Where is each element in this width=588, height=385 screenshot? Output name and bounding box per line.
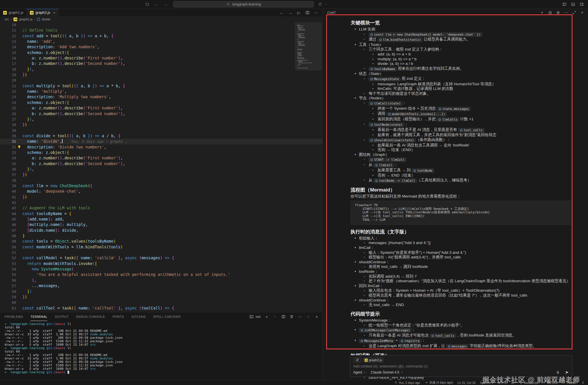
inline-code-chip[interactable]: START -> llmCall (369, 158, 406, 162)
inline-code-chip[interactable]: llmCalls (437, 117, 459, 122)
breadcrumb[interactable]: src › JS graph2.js › divide (0, 16, 322, 22)
code-line-53[interactable]: 53 return modelWithTools.invoke([ (0, 261, 322, 266)
chat-code-block[interactable]: flowchart TD START([START]) --> LLM[[llm… (351, 201, 571, 225)
code-line-45[interactable]: 45 [add.name]: add, (0, 216, 322, 222)
breadcrumb-item-file[interactable]: graph2.js (19, 18, 32, 21)
chat-scroll-area[interactable]: 关键模块一览•LLM 实例◦const llm = new ChatDeepSe… (323, 16, 588, 380)
nav-forward-icon[interactable]: → (288, 10, 293, 15)
code-line-13[interactable]: 13 name: 'add', (0, 39, 322, 44)
close-icon[interactable]: × (53, 11, 55, 15)
inline-code-chip[interactable]: isAIMessage(lastMessage) (359, 328, 412, 332)
code-line-29[interactable]: 29 (0, 128, 322, 133)
code-line-27[interactable]: 27 }), (0, 117, 322, 122)
code-line-59[interactable]: 59}) (0, 294, 322, 300)
status-item[interactable] (581, 381, 585, 384)
chat-input-placeholder[interactable]: Add context (#), extensions (@), command… (353, 364, 569, 368)
inline-code-chip[interactable]: MessagesState (369, 77, 401, 81)
status-item[interactable]: 双越 (4 days ago) (425, 381, 453, 385)
code-line-38[interactable]: 38 (0, 178, 322, 183)
code-line-32[interactable]: 32 description: 'Divide two numbers', (0, 144, 322, 150)
chevron-down-icon[interactable] (273, 314, 277, 319)
code-line-35[interactable]: 35 b: z.number().describe('Second number… (0, 161, 322, 167)
inline-code-chip[interactable]: tool_calls (430, 334, 456, 338)
code-line-12[interactable]: 12const add = tool(({ a, b }) => a + b, … (0, 33, 322, 39)
inline-code-chip[interactable]: tool_calls (458, 128, 484, 132)
more-icon[interactable]: ⋯ (314, 10, 318, 15)
window-icon[interactable] (145, 2, 150, 7)
reload-icon[interactable] (318, 2, 322, 7)
maximize-icon[interactable] (572, 10, 577, 15)
code-line-21[interactable]: 21const multiply = tool(({ a, b }) => a … (0, 83, 322, 89)
breadcrumb-item-src[interactable]: src (5, 18, 9, 21)
code-line-55[interactable]: 55 'You are a helpful assistant tasked w… (0, 272, 322, 277)
code-line-18[interactable]: 18 }), (0, 67, 322, 72)
code-line-31[interactable]: 31 name: 'divide',You, 5 days ago • grap… (0, 139, 322, 144)
tab-graph2.js[interactable]: JS graph2.js × (27, 9, 59, 16)
terminal[interactable]: → langgraph-learning git:(main) lltotal … (0, 321, 322, 380)
code-line-36[interactable]: 36 }), (0, 167, 322, 172)
code-line-56[interactable]: 56 ), (0, 278, 322, 283)
nav-forward-icon[interactable]: → (163, 2, 168, 7)
layout-panel-icon[interactable] (571, 2, 575, 7)
code-line-42[interactable]: 42 (0, 200, 322, 205)
nav-back-icon[interactable]: ← (154, 2, 159, 7)
panel-tab-output[interactable]: OUTPUT (55, 312, 69, 321)
code-line-41[interactable]: 41}) (0, 194, 322, 200)
code-line-40[interactable]: 40 model: 'deepseek-chat', (0, 189, 322, 194)
panel-tab-spell-checker[interactable]: SPELL CHECKER (153, 312, 181, 321)
inline-code-chip[interactable]: llmCall (374, 163, 394, 167)
status-item[interactable]: You, 5 days ago (394, 381, 420, 384)
code-line-58[interactable]: 58 ]) (0, 289, 322, 294)
history-icon[interactable] (548, 10, 552, 15)
kill-terminal-icon[interactable] (289, 314, 294, 319)
breadcrumb-item-symbol[interactable]: divide (42, 18, 50, 21)
code-line-23[interactable]: 23 description: 'Multiply two numbers', (0, 94, 322, 100)
code-line-20[interactable]: 20 (0, 78, 322, 83)
settings-gear-icon[interactable] (556, 10, 560, 15)
code-line-14[interactable]: 14 description: 'Add two numbers', (0, 44, 322, 50)
code-line-33[interactable]: 33 schema: z.object({ (0, 150, 322, 155)
code-line-60[interactable]: 60 (0, 300, 322, 305)
inline-code-chip[interactable]: toolNode (412, 169, 434, 173)
code-line-43[interactable]: 43// Augment the LLM with tools (0, 205, 322, 211)
tab-graph1.js[interactable]: JS graph1.js (0, 9, 27, 16)
new-chat-icon[interactable]: + (540, 10, 544, 15)
inline-code-chip[interactable]: toolNode -> llmCall (374, 179, 417, 183)
run-icon[interactable]: ▷ (297, 10, 301, 15)
code-line-26[interactable]: 26 b: z.number().describe('Second number… (0, 111, 322, 117)
more-icon[interactable]: ⋯ (564, 10, 568, 15)
layout-secondary-icon[interactable] (579, 2, 584, 7)
more-icon[interactable]: ⋯ (298, 314, 302, 319)
code-line-46[interactable]: 46 [multiply.name]: multiply, (0, 222, 322, 227)
code-line-19[interactable]: 19}) (0, 72, 322, 78)
chat-input[interactable]: JS graph2.js Add context (#), extensions… (350, 355, 572, 377)
code-line-24[interactable]: 24 schema: z.object({ (0, 100, 322, 105)
close-icon[interactable]: × (314, 314, 319, 319)
panel-tab-ports[interactable]: PORTS (113, 312, 124, 321)
code-line-28[interactable]: 28}) (0, 122, 322, 127)
status-item[interactable]: Ln 31, Col 18 (458, 381, 475, 384)
inline-code-chip[interactable]: const llm = new ChatDeepSeek({ model: 'd… (369, 32, 482, 37)
code-line-10[interactable]: 10 (0, 22, 322, 28)
code-line-15[interactable]: 15 schema: z.object({ (0, 50, 322, 55)
code-line-22[interactable]: 22 name: 'multiply', (0, 89, 322, 94)
inline-code-chip[interactable]: toolsByName (369, 67, 397, 71)
context-file-chip[interactable]: JS graph2.js (363, 357, 384, 363)
code-line-39[interactable]: 39const llm = new ChatDeepSeek({ (0, 183, 322, 189)
inline-code-chip[interactable]: registry (399, 339, 421, 343)
nav-back-icon[interactable]: ← (279, 10, 284, 15)
code-line-61[interactable]: 61const callTool = task({ name: 'callToo… (0, 305, 322, 311)
code-line-25[interactable]: 25 a: z.number().describe('First number'… (0, 105, 322, 111)
inline-code-chip[interactable]: toolNode(state) (369, 123, 404, 127)
split-editor-icon[interactable] (305, 10, 310, 15)
inline-code-chip[interactable]: messages (446, 344, 469, 349)
code-line-17[interactable]: 17 b: z.number().describe('Second number… (0, 61, 322, 66)
code-line-49[interactable]: 49const tools = Object.values(toolsByNam… (0, 239, 322, 244)
inline-code-chip[interactable]: MessagesZodMeta (359, 339, 394, 343)
code-line-50[interactable]: 50const modelWithTools = llm.bindTools(t… (0, 244, 322, 250)
inline-code-chip[interactable]: modelWithTools.invoke([...]) (386, 112, 447, 116)
code-line-51[interactable]: 51 (0, 250, 322, 255)
layout-sidebar-icon[interactable] (562, 2, 567, 7)
code-line-16[interactable]: 16 a: z.number().describe('First number'… (0, 55, 322, 61)
panel-tab-terminal[interactable]: TERMINAL (30, 312, 47, 321)
